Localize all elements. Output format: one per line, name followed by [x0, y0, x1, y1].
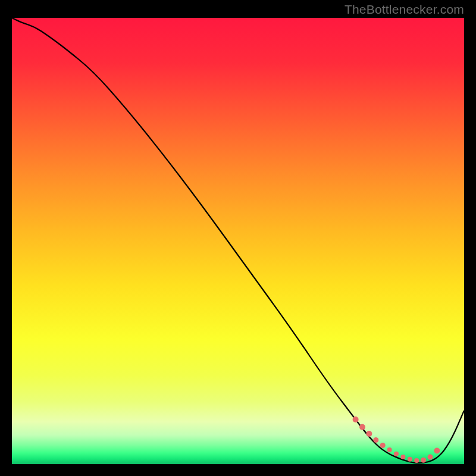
highlight-dot — [434, 448, 440, 454]
watermark-text: TheBottlenecker.com — [345, 2, 464, 17]
highlight-dot — [414, 458, 419, 463]
curve-layer — [12, 18, 464, 464]
highlight-dot — [387, 447, 392, 452]
chart-frame: TheBottlenecker.com — [0, 0, 476, 476]
highlight-dot — [394, 452, 399, 456]
highlight-dot — [380, 443, 386, 448]
highlight-dot — [408, 457, 412, 462]
highlight-dots — [353, 416, 440, 463]
highlight-dot — [421, 458, 426, 463]
highlight-dot — [366, 431, 372, 437]
bottleneck-curve — [12, 18, 464, 463]
highlight-dot — [428, 455, 433, 460]
highlight-dot — [400, 455, 405, 459]
highlight-dot — [353, 416, 359, 422]
plot-area — [12, 18, 464, 464]
highlight-dot — [359, 424, 365, 430]
highlight-dot — [373, 437, 378, 443]
